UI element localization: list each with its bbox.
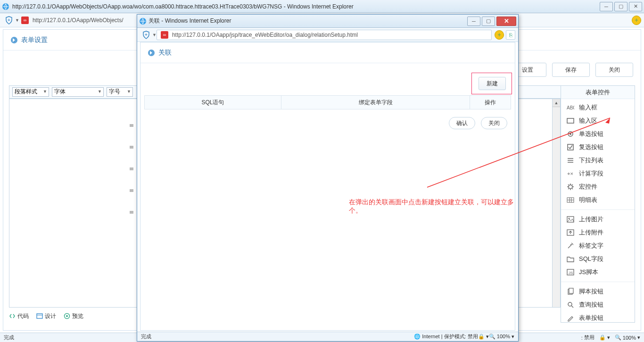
- control-item-gear[interactable]: 宏控件: [561, 180, 635, 193]
- popup-maximize-button[interactable]: ▢: [482, 17, 495, 26]
- abc-icon: ABC: [567, 104, 574, 111]
- popup-title: 关联 - Windows Internet Explorer: [147, 17, 466, 25]
- svg-point-21: [569, 218, 570, 219]
- copy-icon: [567, 288, 574, 295]
- dropdown-icon[interactable]: ▼: [15, 18, 19, 23]
- popup-address-bar: + ▼ ∞ http://127.0.0.1/OAapp/jsp/trace_e…: [137, 28, 518, 42]
- control-item-copy[interactable]: 脚本按钮: [561, 285, 635, 298]
- control-item-list[interactable]: 下拉列表: [561, 154, 635, 167]
- svg-text:JS: JS: [569, 271, 573, 275]
- tab-design[interactable]: 设计: [36, 312, 56, 320]
- font-select[interactable]: 字体: [52, 87, 104, 97]
- svg-rect-10: [568, 144, 573, 150]
- svg-point-15: [569, 185, 572, 189]
- size-select[interactable]: 字号: [107, 87, 133, 97]
- control-item-folder[interactable]: SQL字段: [561, 252, 635, 266]
- new-button[interactable]: 新建: [479, 77, 506, 90]
- save-button[interactable]: 保存: [552, 63, 590, 77]
- popup-status-sec[interactable]: 🔒 ▾: [478, 334, 489, 340]
- popup-status-bar: 完成 🌐 Internet | 保护模式: 禁用 🔒 ▾ 🔍 100% ▾: [137, 332, 518, 341]
- svg-text:+: +: [145, 32, 148, 37]
- close-button[interactable]: ✕: [629, 2, 642, 11]
- svg-text:+×: +×: [567, 171, 573, 176]
- folder-icon: [567, 255, 574, 263]
- control-item-wand[interactable]: 标签文字: [561, 239, 635, 252]
- editor-scrollbar[interactable]: ▲: [553, 99, 561, 308]
- outer-titlebar: http://127.0.0.1/OAapp/WebObjects/OAapp.…: [0, 0, 644, 13]
- controls-list: ABC输入框输入区单选按钮复选按钮下拉列表+×计算字段宏控件明细表上传图片上传附…: [561, 99, 635, 323]
- th-sql: SQL语句: [145, 96, 281, 109]
- control-item-attach[interactable]: 上传附件: [561, 226, 635, 239]
- tab-code[interactable]: 代码: [9, 312, 29, 320]
- svg-rect-26: [569, 288, 573, 293]
- svg-rect-7: [567, 118, 574, 123]
- svg-text:ABC: ABC: [567, 105, 574, 110]
- ruler-marks: [130, 124, 133, 228]
- control-item-search[interactable]: 查询按钮: [561, 298, 635, 311]
- popup-status-zoom[interactable]: 🔍 100% ▾: [489, 334, 514, 340]
- site-icon: ∞: [21, 17, 29, 24]
- tab-preview[interactable]: 预览: [64, 312, 83, 320]
- svg-rect-2: [37, 314, 42, 318]
- control-item-pen[interactable]: 表单按钮: [561, 311, 635, 323]
- svg-point-27: [568, 302, 572, 306]
- form-setup-title: 表单设置: [21, 36, 48, 44]
- control-item-radio[interactable]: 单选按钮: [561, 127, 635, 141]
- control-item-abc[interactable]: ABC输入框: [561, 101, 635, 114]
- status-sec[interactable]: 🔒 ▾: [599, 334, 610, 341]
- popup-titlebar: 关联 - Windows Internet Explorer ─ ▢ ✕: [137, 15, 518, 28]
- shield-icon: +: [5, 16, 13, 25]
- svg-text:+: +: [8, 17, 10, 23]
- preview-icon: [64, 313, 70, 319]
- status-zoom[interactable]: 🔍 100% ▾: [615, 334, 640, 341]
- status-mode: : 禁用: [581, 334, 594, 341]
- control-item-img[interactable]: 上传图片: [561, 213, 635, 226]
- controls-panel: 表单控件 ABC输入框输入区单选按钮复选按钮下拉列表+×计算字段宏控件明细表上传…: [561, 85, 635, 323]
- svg-line-28: [571, 306, 573, 308]
- svg-point-5: [66, 315, 68, 317]
- popup-status-internet: 🌐 Internet | 保护模式: 禁用: [414, 333, 478, 340]
- editor-mode-tabs: 代码 设计 预览: [9, 309, 83, 323]
- radio-icon: [567, 130, 574, 138]
- popup-page-title: 关联: [158, 49, 172, 57]
- calc-icon: +×: [567, 170, 574, 177]
- shield-icon: +: [142, 31, 150, 39]
- site-icon: ∞: [161, 31, 168, 39]
- js-icon: JS: [567, 268, 574, 276]
- para-style-select[interactable]: 段落样式: [12, 87, 49, 97]
- confirm-button[interactable]: 确认: [449, 117, 475, 129]
- img-icon: [567, 216, 574, 223]
- popup-address-input[interactable]: ∞ http://127.0.0.1/OAapp/jsp/trace_eWebE…: [157, 30, 492, 40]
- pen-icon: [567, 314, 574, 322]
- new-button-highlight: 新建: [471, 73, 512, 94]
- control-item-calc[interactable]: +×计算字段: [561, 167, 635, 180]
- control-item-js[interactable]: JSJS脚本: [561, 266, 635, 279]
- popup-window: 关联 - Windows Internet Explorer ─ ▢ ✕ + ▼…: [137, 14, 519, 342]
- ie-icon: [139, 17, 147, 25]
- control-item-grid[interactable]: 明细表: [561, 193, 635, 207]
- popup-minimize-button[interactable]: ─: [467, 17, 480, 26]
- code-icon: [9, 313, 16, 319]
- bullet-icon: [148, 50, 155, 56]
- popup-close-button[interactable]: ✕: [496, 17, 516, 26]
- popup-address-text: http://127.0.0.1/OAapp/jsp/trace_eWebEdi…: [172, 32, 358, 38]
- th-field: 绑定表单字段: [281, 96, 470, 109]
- th-action: 操作: [470, 96, 511, 109]
- control-item-rect[interactable]: 输入区: [561, 114, 635, 127]
- popup-page: 关联 新建 SQL语句 绑定表单字段 操作 确认 关闭 在弹出的关联画面中点击新…: [140, 42, 515, 331]
- search-icon: [567, 301, 574, 309]
- popup-add-button[interactable]: +: [495, 30, 504, 40]
- scroll-up-icon[interactable]: ▲: [553, 99, 560, 107]
- close-button-page[interactable]: 关闭: [595, 63, 633, 77]
- table-header: SQL语句 绑定表单字段 操作: [144, 95, 511, 109]
- dropdown-icon[interactable]: ▼: [152, 33, 157, 37]
- close-dialog-button[interactable]: 关闭: [481, 117, 507, 129]
- control-item-check[interactable]: 复选按钮: [561, 141, 635, 154]
- maximize-button[interactable]: ▢: [614, 2, 627, 11]
- design-icon: [36, 313, 43, 319]
- dialog-actions: 确认 关闭: [449, 117, 507, 129]
- minimize-button[interactable]: ─: [600, 2, 613, 11]
- popup-compat-icon[interactable]: ⎘: [506, 30, 515, 40]
- outer-window-title: http://127.0.0.1/OAapp/WebObjects/OAapp.…: [12, 3, 598, 10]
- add-tab-button[interactable]: +: [632, 16, 641, 25]
